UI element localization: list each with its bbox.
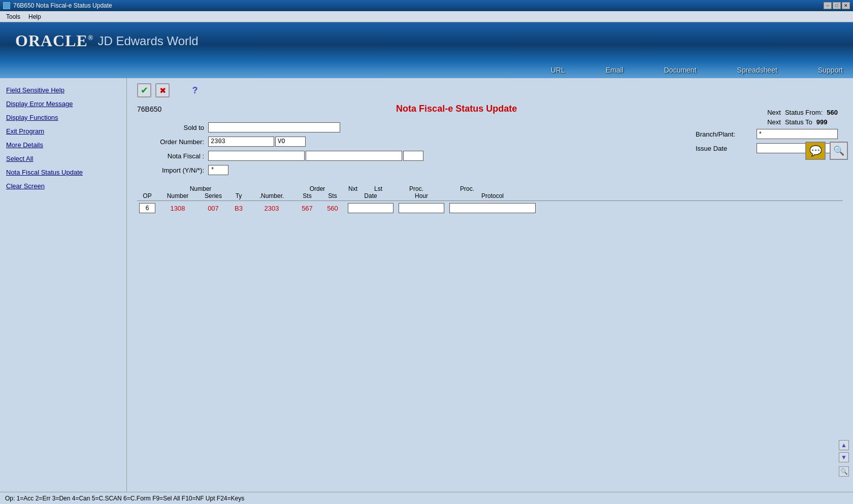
- nav-url[interactable]: URL: [551, 66, 565, 74]
- scroll-buttons: ▲ ▼ 🔍: [839, 440, 849, 477]
- nav-email[interactable]: Email: [606, 66, 624, 74]
- status-from-row: Next Status From: 560: [767, 109, 838, 116]
- nota-fiscal-input-2[interactable]: [306, 151, 402, 161]
- sidebar-item-clear-screen[interactable]: Clear Screen: [4, 179, 122, 193]
- scroll-down-button[interactable]: ▼: [839, 452, 849, 462]
- window-title: 76B650 Nota Fiscal-e Status Update: [13, 2, 112, 9]
- col-op: OP: [137, 192, 157, 199]
- nota-fiscal-input-3[interactable]: [403, 151, 423, 161]
- branch-plant-input[interactable]: [757, 129, 838, 139]
- status-bar: Op: 1=Acc 2=Err 3=Den 4=Can 5=C.SCAN 6=C…: [0, 492, 853, 504]
- proc-date-input[interactable]: [348, 203, 393, 213]
- nota-fiscal-label: Nota Fiscal :: [137, 152, 208, 160]
- col-proc-date: Date: [345, 192, 396, 199]
- check-icon: ✔: [141, 85, 148, 96]
- menu-tools[interactable]: Tools: [2, 12, 24, 21]
- cell-nxt-sts: 567: [294, 205, 320, 212]
- status-from-label: Status From:: [785, 109, 823, 116]
- check-button[interactable]: ✔: [137, 83, 151, 97]
- grid-area: Number Order Nxt Lst Proc. Proc. OP Numb…: [137, 185, 843, 213]
- status-area: Next Status From: 560 Next Status To 999: [767, 109, 838, 128]
- cancel-button[interactable]: ✖: [155, 83, 170, 97]
- op-input[interactable]: [139, 203, 155, 213]
- col-proc-hour: Hour: [396, 192, 447, 199]
- toolbar: ✔ ✖ ?: [137, 83, 843, 97]
- import-input[interactable]: [208, 165, 228, 175]
- form-id: 76B650: [137, 105, 161, 113]
- import-label: Import (Y/N/*):: [137, 166, 208, 174]
- issue-date-label: Issue Date: [696, 145, 757, 152]
- header-top-right-icons: 💬 🔍: [805, 142, 848, 160]
- cell-order-number: 2303: [249, 205, 294, 212]
- sidebar-item-nota-fiscal-status-update[interactable]: Nota Fiscal Status Update: [4, 165, 122, 179]
- col-series: Series: [198, 192, 228, 199]
- oracle-logo-text: ORACLE®: [15, 31, 93, 50]
- title-bar-left: 76B650 Nota Fiscal-e Status Update: [3, 2, 112, 9]
- grid-header-lst: Lst: [366, 185, 391, 192]
- close-button[interactable]: ✕: [842, 2, 850, 9]
- col-lst-sts: Sts: [320, 192, 345, 199]
- menu-help[interactable]: Help: [24, 12, 45, 21]
- form-area: 76B650 Nota Fiscal-e Status Update Next …: [137, 104, 843, 213]
- proc-hour-input[interactable]: [399, 203, 444, 213]
- form-title: Nota Fiscal-e Status Update: [172, 104, 741, 114]
- sidebar-item-display-error-message[interactable]: Display Error Message: [4, 97, 122, 111]
- title-bar: 76B650 Nota Fiscal-e Status Update − □ ✕: [0, 0, 853, 11]
- scroll-up-button[interactable]: ▲: [839, 440, 849, 450]
- oracle-header: ORACLE® JD Edwards World URL Email Docum…: [0, 22, 853, 78]
- minimize-button[interactable]: −: [824, 2, 832, 9]
- content-area: ✔ ✖ ? 76B650 Nota Fiscal-e Status Update…: [127, 78, 853, 492]
- col-number: Number: [157, 192, 198, 199]
- grid-header-nota-fiscal: Number: [157, 185, 244, 192]
- order-number-input-2[interactable]: [275, 137, 306, 147]
- status-bar-text: Op: 1=Acc 2=Err 3=Den 4=Can 5=C.SCAN 6=C…: [5, 495, 244, 502]
- order-number-label: Order Number:: [137, 138, 208, 146]
- oracle-logo-area: ORACLE® JD Edwards World: [0, 22, 214, 59]
- sidebar-item-select-all[interactable]: Select All: [4, 152, 122, 165]
- sidebar-item-more-details[interactable]: More Details: [4, 138, 122, 152]
- form-title-row: 76B650 Nota Fiscal-e Status Update: [137, 104, 843, 114]
- sold-to-label: Sold to: [137, 124, 208, 131]
- sidebar-item-exit-program[interactable]: Exit Program: [4, 124, 122, 138]
- search-icon-button[interactable]: 🔍: [830, 142, 848, 160]
- col-nxt-sts: Sts: [294, 192, 320, 199]
- question-icon: ?: [192, 85, 198, 96]
- message-icon-button[interactable]: 💬: [805, 142, 826, 160]
- cell-number: 1308: [157, 205, 198, 212]
- col-ty: Ty: [228, 192, 249, 199]
- branch-plant-row: Branch/Plant:: [696, 129, 838, 139]
- status-to-value: 999: [816, 118, 828, 126]
- nav-spreadsheet[interactable]: Spreadsheet: [737, 66, 777, 74]
- grid-header-nxt: Nxt: [340, 185, 366, 192]
- grid-header-order: Order: [294, 185, 340, 192]
- order-number-input-1[interactable]: [208, 137, 274, 147]
- next-label-2: Next: [767, 118, 781, 126]
- table-row: 1308 007 B3 2303 567 560: [137, 203, 843, 213]
- nota-fiscal-input-1[interactable]: [208, 151, 305, 161]
- help-button[interactable]: ?: [188, 83, 202, 97]
- app-icon: [3, 2, 10, 9]
- menu-bar: Tools Help: [0, 11, 853, 22]
- header-nav: URL Email Document Spreadsheet Support: [152, 66, 853, 78]
- main-layout: Field Sensitive Help Display Error Messa…: [0, 78, 853, 492]
- next-label-1: Next: [767, 109, 781, 116]
- nav-document[interactable]: Document: [664, 66, 697, 74]
- status-to-row: Next Status To 999: [767, 118, 838, 126]
- import-row: Import (Y/N/*):: [137, 165, 843, 175]
- sidebar-item-display-functions[interactable]: Display Functions: [4, 111, 122, 124]
- sidebar-item-field-sensitive-help[interactable]: Field Sensitive Help: [4, 83, 122, 97]
- zoom-button[interactable]: 🔍: [839, 466, 849, 477]
- nav-support[interactable]: Support: [818, 66, 843, 74]
- grid-header-proc-hour: Proc.: [442, 185, 493, 192]
- sold-to-input[interactable]: [208, 122, 340, 132]
- cell-series: 007: [198, 205, 228, 212]
- title-bar-controls[interactable]: − □ ✕: [824, 2, 850, 9]
- maximize-button[interactable]: □: [833, 2, 841, 9]
- grid-header-proc-date: Proc.: [391, 185, 442, 192]
- sidebar: Field Sensitive Help Display Error Messa…: [0, 78, 127, 492]
- branch-plant-label: Branch/Plant:: [696, 130, 757, 138]
- jde-logo-text: JD Edwards World: [97, 34, 198, 48]
- status-from-value: 560: [827, 109, 838, 116]
- col-protocol: Protocol: [447, 192, 538, 199]
- protocol-input[interactable]: [449, 203, 536, 213]
